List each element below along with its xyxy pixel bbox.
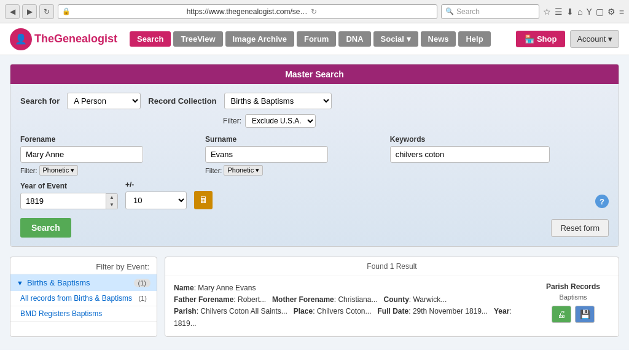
address-bar[interactable]: 🔒 https://www.thegenealogist.com/search/…	[58, 4, 437, 19]
result-details: Name: Mary Anne Evans Father Forename: R…	[174, 282, 529, 330]
calculator-button[interactable]: 🖩	[194, 191, 213, 209]
results-panel: Found 1 Result Name: Mary Anne Evans Fat…	[165, 257, 619, 337]
extension-icon[interactable]: Y	[586, 7, 592, 17]
forename-label: Forename	[20, 135, 195, 144]
panel-title: Master Search	[285, 69, 344, 79]
menu-icon[interactable]: ≡	[619, 7, 624, 17]
result-father-label: Father Forename	[174, 295, 233, 304]
shop-button[interactable]: 🏪 Shop	[516, 31, 565, 47]
result-year-value: 1819...	[174, 319, 197, 328]
result-full-date-label: Full Date	[378, 307, 409, 316]
search-for-label: Search for	[20, 96, 60, 106]
bookmarks-icon[interactable]: ☆	[543, 7, 551, 17]
nav-dna-button[interactable]: DNA	[338, 31, 370, 47]
surname-input[interactable]	[205, 146, 328, 163]
surname-filter: Filter: Phonetic ▾	[205, 165, 380, 176]
home-icon[interactable]: ⌂	[577, 7, 582, 17]
panel-body: Search for A Person Record Collection Bi…	[10, 84, 619, 246]
nav-help-button[interactable]: Help	[458, 31, 490, 47]
nav-buttons: Search TreeView Image Archive Forum DNA …	[130, 31, 511, 47]
forename-phonetic-btn[interactable]: Phonetic ▾	[39, 165, 79, 176]
keywords-input[interactable]	[390, 146, 550, 163]
search-submit-button[interactable]: Search	[20, 218, 71, 238]
result-action-title: Parish Records	[546, 282, 600, 291]
result-print-button[interactable]: 🖨	[552, 306, 571, 323]
action-row: Search Reset form	[20, 218, 609, 238]
filter-dropdown[interactable]: Exclude U.S.A.	[245, 114, 316, 128]
filter-all-records-count: (1)	[139, 295, 147, 302]
results-header: Found 1 Result	[165, 257, 619, 276]
search-for-select[interactable]: A Person	[67, 93, 141, 109]
result-location-row: Parish: Chilvers Coton All Saints... Pla…	[174, 306, 529, 329]
surname-phonetic-btn[interactable]: Phonetic ▾	[224, 165, 263, 176]
site-wrapper: 👤 TheGenealogist Search TreeView Image A…	[0, 23, 629, 364]
results-section: Filter by Event: ▼ Births & Baptisms (1)…	[10, 257, 619, 337]
nav-image-archive-button[interactable]: Image Archive	[225, 31, 294, 47]
year-up-button[interactable]: ▲	[106, 194, 117, 201]
result-name-label: Name	[174, 284, 194, 292]
chevron-down-icon: ▼	[17, 279, 23, 287]
nav-right: 🏪 Shop Account ▾	[516, 30, 619, 48]
browser-chrome: ◀ ▶ ↻ 🔒 https://www.thegenealogist.com/s…	[0, 0, 629, 23]
forward-button[interactable]: ▶	[22, 4, 37, 19]
nav-treeview-button[interactable]: TreeView	[173, 31, 222, 47]
refresh-button[interactable]: ↻	[39, 4, 54, 19]
calc-icon: 🖩	[199, 195, 208, 205]
browser-icons: ☆ ☰ ⬇ ⌂ Y ▢ ⚙ ≡	[543, 7, 624, 17]
filter-bmd-registers-link[interactable]: BMD Registers Baptisms	[20, 309, 102, 318]
reset-button[interactable]: Reset form	[551, 219, 609, 237]
back-button[interactable]: ◀	[5, 4, 20, 19]
filter-row: Filter: Exclude U.S.A.	[223, 114, 609, 128]
result-year-label: Year	[494, 307, 509, 316]
account-button[interactable]: Account ▾	[570, 30, 619, 48]
year-input[interactable]	[20, 193, 106, 209]
top-nav: 👤 TheGenealogist Search TreeView Image A…	[0, 23, 629, 55]
result-county-label: County	[383, 295, 408, 304]
window-icon[interactable]: ▢	[596, 7, 604, 17]
master-search-panel: Master Search Search for A Person Record…	[10, 64, 619, 247]
year-input-wrap: ▲ ▼	[20, 193, 118, 209]
browser-search-bar[interactable]: 🔍 Search	[441, 4, 539, 19]
year-label: Year of Event	[20, 182, 118, 190]
result-full-date-value: 29th November 1819...	[413, 307, 488, 316]
result-name-row: Name: Mary Anne Evans	[174, 282, 529, 294]
logo-icon: 👤	[10, 28, 32, 50]
save-icon: 💾	[580, 309, 590, 319]
logo-text-genealogist: Genealogist	[54, 33, 117, 45]
result-parents-row: Father Forename: Robert... Mother Forena…	[174, 294, 529, 306]
filter-by-event-header: Filter by Event:	[10, 257, 157, 274]
nav-news-button[interactable]: News	[421, 31, 456, 47]
nav-search-button[interactable]: Search	[130, 31, 171, 47]
result-mother-label: Mother Forename	[272, 295, 334, 304]
filter-label: Filter:	[223, 117, 241, 125]
result-place-value: Chilvers Coton...	[317, 307, 372, 316]
search-fields-row: Forename Filter: Phonetic ▾ Surname Filt…	[20, 135, 609, 176]
help-button[interactable]: ?	[595, 195, 609, 208]
download-icon[interactable]: ⬇	[566, 7, 574, 17]
result-icon-btns: 🖨 💾	[552, 306, 595, 323]
result-parish-label: Parish	[174, 307, 197, 316]
year-down-button[interactable]: ▼	[106, 201, 117, 209]
print-icon: 🖨	[557, 309, 566, 319]
filter-all-records-link[interactable]: All records from Births & Baptisms	[20, 294, 132, 303]
filter-category-births[interactable]: ▼ Births & Baptisms (1)	[10, 274, 157, 291]
forename-input[interactable]	[20, 146, 143, 163]
plus-minus-select[interactable]: 10	[125, 192, 187, 209]
logo-text-the: The	[34, 33, 54, 45]
panel-header: Master Search	[10, 64, 619, 84]
year-group: Year of Event ▲ ▼	[20, 182, 118, 209]
nav-forum-button[interactable]: Forum	[297, 31, 336, 47]
history-icon[interactable]: ☰	[555, 7, 563, 17]
year-row: Year of Event ▲ ▼ +/- 10	[20, 180, 609, 209]
surname-label: Surname	[205, 135, 380, 144]
surname-group: Surname Filter: Phonetic ▾	[205, 135, 380, 176]
result-save-button[interactable]: 💾	[575, 306, 595, 323]
keywords-label: Keywords	[390, 135, 609, 144]
search-row1: Search for A Person Record Collection Bi…	[20, 93, 609, 109]
record-collection-select[interactable]: Births & Baptisms	[224, 93, 332, 109]
year-spinner: ▲ ▼	[106, 193, 118, 209]
browser-nav-buttons: ◀ ▶ ↻	[5, 4, 54, 19]
help-icon: ?	[600, 197, 604, 206]
settings-icon[interactable]: ⚙	[608, 7, 615, 17]
nav-social-button[interactable]: Social ▾	[373, 31, 418, 47]
